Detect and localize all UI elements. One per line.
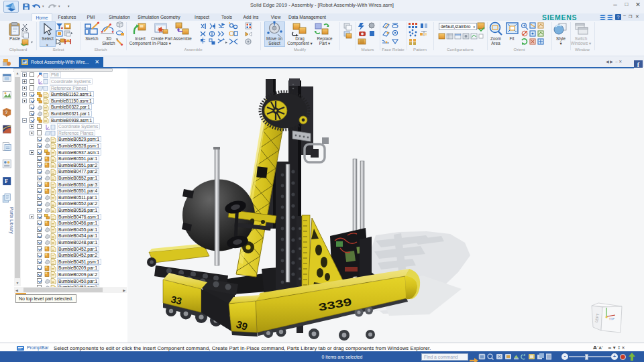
svg-text:TOP: TOP	[609, 317, 615, 321]
svg-text:Parts Library: Parts Library	[9, 207, 14, 234]
svg-text:?: ?	[5, 110, 7, 115]
svg-text:F: F	[5, 178, 8, 184]
